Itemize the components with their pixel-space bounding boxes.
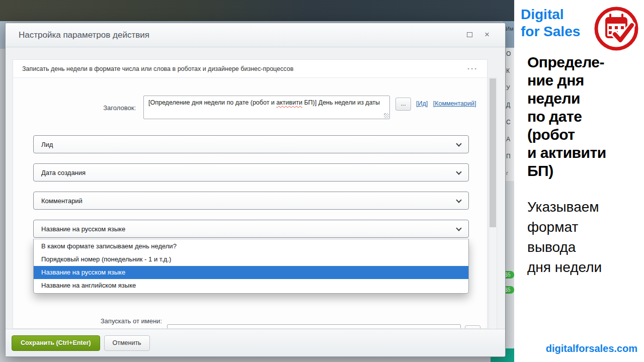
promo-title-line: по дате: [527, 108, 606, 126]
title-value-part: [Определение дня недели по дате (робот и: [148, 99, 276, 106]
promo-subtitle-line: дня недели: [527, 257, 602, 278]
background-row-fragment: С: [506, 119, 514, 126]
promo-subtitle-line: Указываем: [527, 197, 602, 217]
promo-title-line: Определе-: [527, 53, 606, 71]
select-entity[interactable]: Лид: [33, 135, 469, 153]
chevron-down-icon: [456, 225, 461, 231]
dialog-body: Записать день недели в формате числа или…: [6, 47, 505, 356]
title-textarea[interactable]: [Определение дня недели по дате (робот и…: [143, 96, 390, 119]
close-button[interactable]: ×: [482, 30, 492, 40]
insert-id-link[interactable]: [Ид]: [416, 100, 428, 107]
dropdown-option[interactable]: В каком формате записываем день недели?: [34, 240, 468, 253]
dialog-footer: Сохранить (Ctrl+Enter) Отменить: [6, 329, 505, 356]
promo-title: Определе- ние дня недели по дате (робот …: [527, 53, 606, 180]
chevron-down-icon: [456, 197, 461, 203]
action-description-bar: Записать день недели в формате числа или…: [13, 60, 487, 78]
background-row-fragment: П: [506, 153, 514, 160]
dropdown-option[interactable]: Название на английском языке: [34, 279, 468, 292]
promo-sidebar: Digital for Sales Определе- ние дня неде…: [514, 0, 644, 362]
run-as-label: Запускать от имени:: [41, 317, 162, 325]
format-dropdown-list: В каком формате записываем день недели? …: [33, 239, 469, 294]
calendar-check-icon: [594, 6, 639, 51]
action-settings-dialog: Настройка параметров действия × Записать…: [5, 23, 506, 357]
promo-subtitle-line: вывода: [527, 237, 602, 257]
promo-subtitle-line: формат: [527, 217, 602, 237]
background-row-fragment: Д: [506, 102, 514, 109]
select-date-field[interactable]: Дата создания: [33, 163, 469, 182]
close-icon: ×: [485, 30, 490, 39]
promo-website: digitalforsales.com: [546, 343, 637, 354]
promo-title-line: недели: [527, 89, 606, 108]
title-field-label: Заголовок:: [13, 104, 136, 112]
background-row-fragment: У: [506, 84, 514, 92]
promo-title-line: ние дня: [527, 71, 606, 89]
background-row-fragment: А: [506, 136, 514, 143]
promo-title-line: (робот: [527, 126, 606, 144]
select-format[interactable]: Название на русском языке: [33, 220, 469, 238]
promo-subtitle: Указываем формат вывода дня недели: [527, 197, 602, 278]
scrollbar-thumb[interactable]: [490, 78, 496, 227]
select-entity-value: Лид: [41, 141, 53, 148]
maximize-icon: [467, 32, 472, 37]
background-row-fragment: К: [506, 67, 514, 74]
background-top-bar: [0, 0, 514, 21]
cancel-button[interactable]: Отменить: [104, 335, 150, 351]
select-date-field-value: Дата создания: [41, 169, 86, 176]
dialog-content-panel: Записать день недели в формате числа или…: [13, 59, 488, 329]
background-header-fragment: Им: [506, 26, 513, 32]
select-format-value: Название на русском языке: [41, 225, 125, 233]
dialog-titlebar: Настройка параметров действия ×: [6, 23, 505, 47]
dropdown-option-selected[interactable]: Название на русском языке: [34, 266, 468, 279]
title-more-button[interactable]: ...: [395, 98, 411, 111]
run-as-input[interactable]: [167, 324, 461, 329]
resize-grip-icon[interactable]: [384, 113, 389, 118]
brand-logo-line: for Sales: [521, 23, 580, 40]
brand-logo-text: Digital for Sales: [521, 6, 580, 40]
action-description: Записать день недели в формате числа или…: [22, 65, 293, 72]
title-value-part: БП)] День недели из даты: [302, 99, 380, 106]
maximize-button[interactable]: [465, 31, 474, 39]
save-button[interactable]: Сохранить (Ctrl+Enter): [12, 335, 100, 351]
background-row-fragment: г: [506, 170, 514, 176]
title-value-misspelled: активити: [276, 99, 302, 106]
chevron-down-icon: [456, 141, 461, 146]
brand-logo-line: Digital: [521, 6, 580, 23]
dialog-scrollbar[interactable]: [489, 77, 497, 351]
select-target-field[interactable]: Комментарий: [33, 192, 469, 210]
promo-title-line: и активити: [527, 144, 606, 162]
dropdown-option[interactable]: Порядковый номер (понедельник - 1 и т.д.…: [34, 253, 468, 266]
screen: Им О К У Д С А П г $5 $5 Настройка парам…: [0, 0, 644, 362]
dialog-title: Настройка параметров действия: [19, 23, 149, 47]
run-as-more-button[interactable]: ...: [465, 325, 480, 329]
select-target-field-value: Комментарий: [41, 197, 83, 205]
kebab-menu-icon[interactable]: ···: [467, 64, 478, 73]
background-row-fragment: О: [506, 50, 514, 57]
title-insert-links: [Ид] [Комментарий]: [416, 100, 479, 107]
chevron-down-icon: [456, 169, 461, 174]
insert-comment-link[interactable]: [Комментарий]: [433, 100, 476, 107]
promo-title-line: БП): [527, 162, 606, 180]
